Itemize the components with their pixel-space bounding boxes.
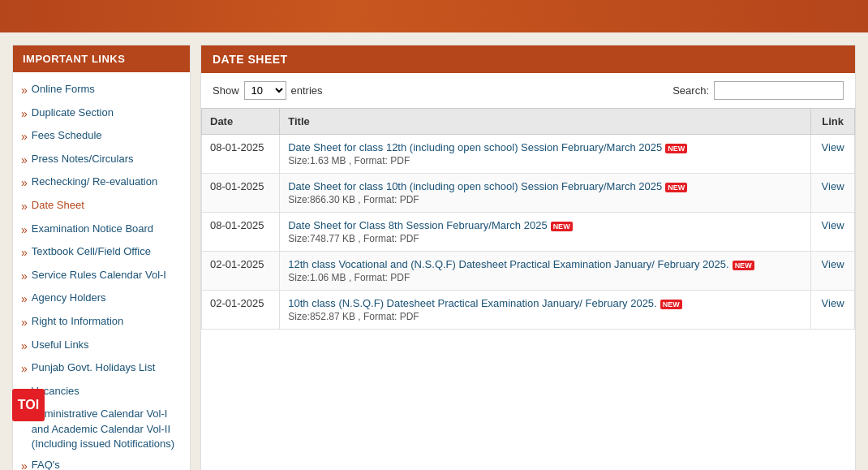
link-cell: View bbox=[811, 174, 855, 213]
sidebar-link[interactable]: Punjab Govt. Holidays List bbox=[32, 360, 155, 375]
show-entries: Show 10 25 50 100 entries bbox=[213, 81, 323, 100]
sidebar-link[interactable]: Useful Links bbox=[32, 338, 89, 352]
link-cell: View bbox=[811, 135, 855, 174]
sidebar-item-2[interactable]: »Fees Schedule bbox=[13, 125, 190, 149]
bullet-icon: » bbox=[21, 315, 28, 331]
entries-label: entries bbox=[291, 84, 323, 97]
bullet-icon: » bbox=[21, 175, 28, 192]
sidebar-item-1[interactable]: »Duplicate Section bbox=[13, 102, 190, 126]
sidebar-link[interactable]: Press Notes/Circulars bbox=[32, 152, 134, 166]
date-cell: 08-01-2025 bbox=[202, 174, 280, 213]
bullet-icon: » bbox=[21, 83, 28, 99]
entries-select[interactable]: 10 25 50 100 bbox=[244, 81, 286, 100]
sidebar-item-8[interactable]: »Service Rules Calendar Vol-I bbox=[13, 265, 190, 288]
search-input[interactable] bbox=[714, 81, 844, 100]
sidebar-item-4[interactable]: »Rechecking/ Re-evaluation bbox=[13, 171, 190, 195]
link-cell: View bbox=[811, 213, 855, 252]
title-meta: Size:852.87 KB , Format: PDF bbox=[288, 311, 802, 322]
title-cell: Date Sheet for Class 8th Session Februar… bbox=[280, 213, 811, 252]
new-badge: NEW bbox=[665, 183, 687, 192]
table-row: 02-01-202512th class Vocational and (N.S… bbox=[202, 252, 855, 291]
sidebar-link[interactable]: Examination Notice Board bbox=[32, 222, 153, 236]
sidebar-item-12[interactable]: »Punjab Govt. Holidays List bbox=[13, 357, 190, 381]
table-controls: Show 10 25 50 100 entries Search: bbox=[201, 73, 855, 108]
sidebar-item-9[interactable]: »Agency Holders bbox=[13, 287, 190, 311]
bullet-icon: » bbox=[21, 129, 28, 145]
view-link[interactable]: View bbox=[822, 219, 844, 231]
bullet-icon: » bbox=[21, 199, 28, 215]
sidebar-link[interactable]: Agency Holders bbox=[32, 291, 106, 305]
data-table: Date Title Link 08-01-2025Date Sheet for… bbox=[201, 108, 855, 330]
col-date: Date bbox=[202, 109, 280, 135]
sidebar-item-10[interactable]: »Right to Information bbox=[13, 311, 190, 334]
date-cell: 02-01-2025 bbox=[202, 291, 280, 330]
sidebar-item-6[interactable]: »Examination Notice Board bbox=[13, 218, 190, 242]
table-row: 02-01-202510th class (N.S.Q.F) Datesheet… bbox=[202, 291, 855, 330]
bullet-icon: » bbox=[21, 269, 28, 285]
date-cell: 02-01-2025 bbox=[202, 252, 280, 291]
bullet-icon: » bbox=[21, 361, 28, 377]
sidebar-link[interactable]: Service Rules Calendar Vol-I bbox=[32, 268, 166, 282]
sidebar-link[interactable]: FAQ's bbox=[32, 458, 60, 470]
bullet-icon: » bbox=[21, 106, 28, 123]
date-cell: 08-01-2025 bbox=[202, 135, 280, 174]
sidebar-link[interactable]: Rechecking/ Re-evaluation bbox=[32, 175, 157, 189]
sidebar-item-15[interactable]: »FAQ's bbox=[13, 455, 190, 470]
link-cell: View bbox=[811, 291, 855, 330]
title-cell: Date Sheet for class 10th (including ope… bbox=[280, 174, 811, 213]
title-link[interactable]: Date Sheet for class 12th (including ope… bbox=[288, 141, 687, 153]
title-link[interactable]: Date Sheet for Class 8th Session Februar… bbox=[288, 219, 572, 231]
new-badge: NEW bbox=[733, 261, 754, 270]
bullet-icon: » bbox=[21, 459, 28, 470]
title-cell: Date Sheet for class 12th (including ope… bbox=[280, 135, 811, 174]
title-link[interactable]: 10th class (N.S.Q.F) Datesheet Practical… bbox=[288, 297, 681, 309]
title-meta: Size:866.30 KB , Format: PDF bbox=[288, 194, 802, 205]
sidebar-link[interactable]: Fees Schedule bbox=[32, 128, 102, 143]
col-title: Title bbox=[280, 109, 811, 135]
view-link[interactable]: View bbox=[822, 297, 844, 309]
title-cell: 10th class (N.S.Q.F) Datesheet Practical… bbox=[280, 291, 811, 330]
sidebar-item-5[interactable]: »Date Sheet bbox=[13, 195, 190, 218]
sidebar-item-3[interactable]: »Press Notes/Circulars bbox=[13, 149, 190, 172]
sidebar-item-11[interactable]: »Useful Links bbox=[13, 334, 190, 358]
sidebar-link[interactable]: Administrative Calendar Vol-I and Academ… bbox=[32, 407, 182, 451]
show-label: Show bbox=[213, 84, 239, 97]
title-meta: Size:1.63 MB , Format: PDF bbox=[288, 155, 802, 166]
table-body: 08-01-2025Date Sheet for class 12th (inc… bbox=[202, 135, 855, 330]
new-badge: NEW bbox=[665, 144, 687, 153]
sidebar-link[interactable]: Online Forms bbox=[32, 82, 95, 97]
title-meta: Size:748.77 KB , Format: PDF bbox=[288, 233, 802, 244]
sidebar-header: IMPORTANT LINKS bbox=[13, 45, 190, 72]
top-bar bbox=[0, 0, 868, 32]
bullet-icon: » bbox=[21, 222, 28, 239]
date-cell: 08-01-2025 bbox=[202, 213, 280, 252]
table-row: 08-01-2025Date Sheet for Class 8th Sessi… bbox=[202, 213, 855, 252]
link-cell: View bbox=[811, 252, 855, 291]
sidebar-link[interactable]: Right to Information bbox=[32, 314, 123, 329]
sidebar-item-7[interactable]: »Textbook Cell/Field Office bbox=[13, 241, 190, 265]
sidebar-item-0[interactable]: »Online Forms bbox=[13, 79, 190, 102]
bullet-icon: » bbox=[21, 291, 28, 308]
bullet-icon: » bbox=[21, 338, 28, 355]
new-badge: NEW bbox=[660, 300, 682, 309]
title-link[interactable]: Date Sheet for class 10th (including ope… bbox=[288, 180, 687, 192]
table-row: 08-01-2025Date Sheet for class 10th (inc… bbox=[202, 174, 855, 213]
search-box: Search: bbox=[672, 81, 844, 100]
sidebar-link[interactable]: Duplicate Section bbox=[32, 106, 114, 120]
new-badge: NEW bbox=[551, 222, 573, 231]
main-header: DATE SHEET bbox=[201, 45, 855, 73]
sidebar-link[interactable]: Textbook Cell/Field Office bbox=[32, 244, 151, 259]
search-label: Search: bbox=[672, 84, 709, 97]
view-link[interactable]: View bbox=[822, 258, 844, 270]
toi-badge[interactable]: TOI bbox=[12, 389, 45, 421]
title-meta: Size:1.06 MB , Format: PDF bbox=[288, 272, 802, 283]
table-header-row: Date Title Link bbox=[202, 109, 855, 135]
title-link[interactable]: 12th class Vocational and (N.S.Q.F) Date… bbox=[288, 258, 754, 270]
view-link[interactable]: View bbox=[822, 180, 844, 192]
col-link: Link bbox=[811, 109, 855, 135]
sidebar-link[interactable]: Date Sheet bbox=[32, 198, 84, 213]
table-row: 08-01-2025Date Sheet for class 12th (inc… bbox=[202, 135, 855, 174]
bullet-icon: » bbox=[21, 245, 28, 261]
view-link[interactable]: View bbox=[822, 141, 844, 153]
title-cell: 12th class Vocational and (N.S.Q.F) Date… bbox=[280, 252, 811, 291]
